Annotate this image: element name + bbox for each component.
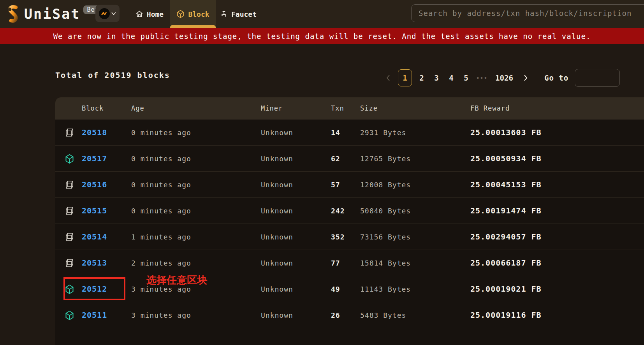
tab-home-label: Home: [147, 10, 164, 18]
tab-block[interactable]: Block: [170, 0, 216, 28]
header-fb-reward: FB Reward: [470, 97, 510, 120]
block-link[interactable]: 20517: [82, 146, 107, 172]
unisat-logo-icon: [4, 4, 22, 24]
top-navbar: UniSat Beta Home Block Faucet: [0, 0, 644, 28]
block-reward: 25.00191474 FB: [470, 198, 542, 224]
pagination-page-1[interactable]: 1: [398, 69, 412, 86]
network-icon: [99, 8, 110, 19]
chevron-left-icon: [386, 75, 390, 81]
active-tab-underline: [170, 25, 216, 28]
cube-3d-icon: [65, 284, 75, 294]
block-age: 0 minutes ago: [131, 198, 191, 224]
block-size: 12008 Bytes: [360, 172, 411, 198]
network-dropdown[interactable]: [95, 5, 120, 22]
header-size: Size: [360, 97, 378, 120]
block-link[interactable]: 20515: [82, 198, 107, 224]
pagination-page-3[interactable]: 3: [429, 69, 444, 86]
table-row[interactable]: 20513 2 minutes ago Unknown 77 15814 Byt…: [55, 250, 644, 276]
banner-text: We are now in the public testing stage, …: [53, 32, 591, 40]
pagination-page-last[interactable]: 1026: [491, 69, 518, 86]
table-row-highlighted[interactable]: 20512 3 minutes ago Unknown 49 11143 Byt…: [55, 276, 644, 302]
block-miner: Unknown: [261, 172, 293, 198]
block-size: 11143 Bytes: [360, 276, 411, 302]
pagination-page-2[interactable]: 2: [414, 69, 429, 86]
block-age: 1 minutes ago: [131, 224, 191, 250]
home-icon: [135, 10, 143, 18]
table-row[interactable]: 20511 3 minutes ago Unknown 26 5483 Byte…: [55, 302, 644, 328]
block-age: 0 minutes ago: [131, 120, 191, 146]
pagination-page-4[interactable]: 4: [444, 69, 459, 86]
table-row[interactable]: 20515 0 minutes ago Unknown 242 50840 By…: [55, 198, 644, 224]
block-reward: 25.00013603 FB: [470, 120, 542, 146]
header-age: Age: [131, 97, 144, 120]
block-link[interactable]: 20512: [82, 276, 107, 302]
chevron-down-icon: [111, 12, 116, 15]
cube-wireframe-icon: [65, 180, 75, 190]
table-header-row: Block Age Miner Txn Size FB Reward: [55, 97, 644, 120]
brand-logo[interactable]: UniSat Beta: [4, 4, 106, 24]
block-miner: Unknown: [261, 276, 293, 302]
table-row[interactable]: 20516 0 minutes ago Unknown 57 12008 Byt…: [55, 172, 644, 198]
block-reward: 25.00019116 FB: [470, 302, 542, 328]
pagination-prev-button[interactable]: [381, 69, 396, 86]
block-txn: 26: [331, 302, 340, 328]
tab-faucet-label: Faucet: [231, 10, 257, 18]
block-age: 2 minutes ago: [131, 250, 191, 276]
block-link[interactable]: 20513: [82, 250, 107, 276]
block-age: 0 minutes ago: [131, 146, 191, 172]
cube-icon: [176, 10, 185, 18]
testnet-warning-banner: We are now in the public testing stage, …: [0, 28, 644, 44]
block-reward: 25.00050934 FB: [470, 146, 542, 172]
block-txn: 352: [331, 224, 345, 250]
goto-label: Go to: [544, 74, 568, 82]
block-reward: 25.00294057 FB: [470, 224, 542, 250]
pagination-next-button[interactable]: [518, 69, 533, 86]
table-row[interactable]: 20518 0 minutes ago Unknown 14 2931 Byte…: [55, 120, 644, 146]
brand-name: UniSat: [24, 4, 80, 24]
cube-3d-icon: [65, 154, 75, 164]
tab-block-label: Block: [188, 10, 209, 18]
cube-wireframe-icon: [65, 128, 75, 138]
block-size: 2931 Bytes: [360, 120, 406, 146]
faucet-icon: [220, 10, 228, 18]
block-age: 3 minutes ago: [131, 302, 191, 328]
header-txn: Txn: [331, 97, 344, 120]
block-size: 73156 Bytes: [360, 224, 411, 250]
block-txn: 14: [331, 120, 340, 146]
block-txn: 77: [331, 250, 340, 276]
pagination: 1 2 3 4 5 ••• 1026 Go to: [381, 69, 620, 87]
block-reward: 25.00066187 FB: [470, 250, 542, 276]
block-size: 15814 Bytes: [360, 250, 411, 276]
block-link[interactable]: 20511: [82, 302, 107, 328]
blocks-table-card: Block Age Miner Txn Size FB Reward 20518…: [55, 97, 644, 345]
block-link[interactable]: 20518: [82, 120, 107, 146]
block-miner: Unknown: [261, 224, 293, 250]
header-miner: Miner: [261, 97, 283, 120]
table-row[interactable]: 20517 0 minutes ago Unknown 62 12765 Byt…: [55, 146, 644, 172]
table-row[interactable]: 20514 1 minutes ago Unknown 352 73156 By…: [55, 224, 644, 250]
pagination-ellipsis[interactable]: •••: [473, 69, 491, 86]
cube-wireframe-icon: [65, 206, 75, 216]
tab-home[interactable]: Home: [132, 0, 167, 28]
block-age: 0 minutes ago: [131, 172, 191, 198]
search-input[interactable]: [411, 4, 644, 22]
cube-wireframe-icon: [65, 258, 75, 268]
chevron-right-icon: [524, 75, 528, 81]
block-size: 12765 Bytes: [360, 146, 411, 172]
block-reward: 25.00045153 FB: [470, 172, 542, 198]
block-txn: 57: [331, 172, 340, 198]
tab-faucet[interactable]: Faucet: [218, 0, 259, 28]
block-miner: Unknown: [261, 198, 293, 224]
block-miner: Unknown: [261, 120, 293, 146]
pagination-page-5[interactable]: 5: [459, 69, 473, 86]
block-size: 50840 Bytes: [360, 198, 411, 224]
block-miner: Unknown: [261, 302, 293, 328]
block-size: 5483 Bytes: [360, 302, 406, 328]
block-link[interactable]: 20514: [82, 224, 107, 250]
goto-page-input[interactable]: [575, 69, 620, 87]
block-txn: 49: [331, 276, 340, 302]
block-link[interactable]: 20516: [82, 172, 107, 198]
annotation-label: 选择任意区块: [146, 273, 207, 287]
block-txn: 242: [331, 198, 345, 224]
block-reward: 25.00019021 FB: [470, 276, 542, 302]
